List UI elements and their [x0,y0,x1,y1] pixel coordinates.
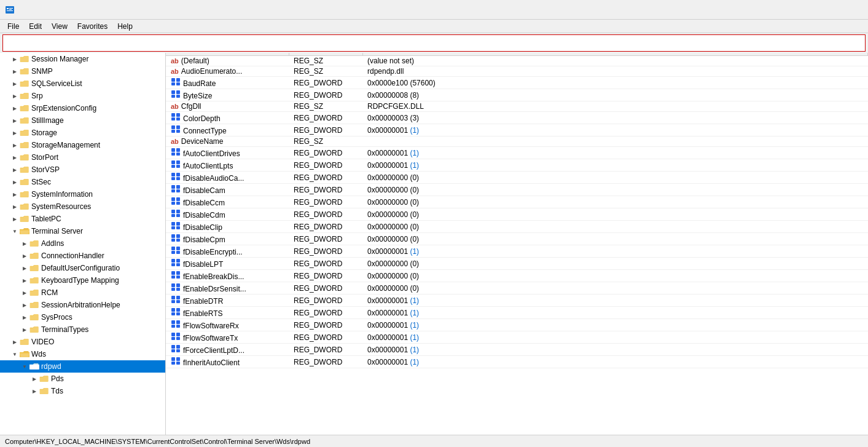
tree-item[interactable]: AddIns [0,237,165,250]
menu-favorites[interactable]: Favorites [72,21,112,32]
tree-item[interactable]: TerminalTypes [0,323,165,336]
reg-type: REG_DWORD [289,172,362,184]
window-controls [776,0,863,20]
svg-rect-45 [171,222,175,226]
table-row[interactable]: fAutoClientLpts REG_DWORD 0x00000001 (1) [166,159,868,172]
table-row[interactable]: fDisableCdm REG_DWORD 0x00000000 (0) [166,208,868,221]
menu-file[interactable]: File [2,21,24,32]
folder-icon [20,226,29,236]
reg-dword-icon [171,332,181,341]
tree-item[interactable]: Srp [0,90,165,102]
table-row[interactable]: abAudioEnumerato... REG_SZ rdpendp.dll [166,66,868,77]
svg-rect-77 [171,320,175,324]
dword-icon-svg [171,307,181,316]
maximize-button[interactable] [805,0,834,20]
col-header-name[interactable] [166,53,289,56]
table-row[interactable]: fInheritAutoClient REG_DWORD 0x00000001 … [166,356,868,368]
table-row[interactable]: fAutoClientDrives REG_DWORD 0x00000001 (… [166,147,868,159]
folder-icon [20,152,29,162]
tree-item-label: StorPort [31,153,58,162]
reg-name: fEnableDTR [166,295,289,307]
table-row[interactable]: fDisableCam REG_DWORD 0x00000000 (0) [166,184,868,196]
tree-item[interactable]: ConnectionHandler [0,250,165,262]
menu-view[interactable]: View [47,21,72,32]
tree-item-label: DefaultUserConfiguratio [41,264,120,272]
table-row[interactable]: ColorDepth REG_DWORD 0x00000003 (3) [166,112,868,124]
reg-sz-icon: ab [171,68,179,75]
table-row[interactable]: fFlowSoftwareTx REG_DWORD 0x00000001 (1) [166,331,868,344]
reg-dword-icon [171,246,181,255]
table-row[interactable]: fFlowSoftwareRx REG_DWORD 0x00000001 (1) [166,319,868,331]
table-row[interactable]: ByteSize REG_DWORD 0x00000008 (8) [166,89,868,101]
tree-item[interactable]: Wds [0,348,165,360]
tree-item[interactable]: StorVSP [0,164,165,176]
tree-item[interactable]: Storage [0,127,165,139]
table-row[interactable]: fEnableBreakDis... REG_DWORD 0x00000000 … [166,270,868,282]
tree-item[interactable]: StSec [0,176,165,188]
tree-item[interactable]: rdpwd [0,360,165,373]
reg-data: 0x00000003 (3) [362,112,868,124]
table-row[interactable]: fDisableEncrypti... REG_DWORD 0x00000001… [166,245,868,258]
table-row[interactable]: BaudRate REG_DWORD 0x0000e100 (57600) [166,77,868,89]
tree-item[interactable]: RCM [0,287,165,299]
expander-icon [20,250,29,262]
reg-data: 0x00000000 (0) [362,196,868,208]
table-row[interactable]: fDisableCcm REG_DWORD 0x00000000 (0) [166,196,868,208]
table-row[interactable]: ab(Default) REG_SZ (value not set) [166,56,868,66]
table-row[interactable]: fDisableLPT REG_DWORD 0x00000000 (0) [166,258,868,270]
tree-item[interactable]: SNMP [0,65,165,77]
reg-dword-icon [171,271,181,279]
svg-rect-46 [176,222,180,226]
table-row[interactable]: abCfgDll REG_SZ RDPCFGEX.DLL [166,101,868,112]
tree-item[interactable]: SystemInformation [0,188,165,200]
registry-table: ab(Default) REG_SZ (value not set) abAud… [166,53,868,368]
expander-icon [10,188,20,200]
table-row[interactable]: fDisableClip REG_DWORD 0x00000000 (0) [166,221,868,233]
tree-item[interactable]: StillImage [0,114,165,127]
address-bar[interactable] [2,34,866,52]
dword-icon-svg [171,113,181,121]
svg-rect-86 [176,345,180,349]
reg-type: REG_DWORD [289,282,362,295]
tree-item[interactable]: TabletPC [0,213,165,225]
minimize-button[interactable] [776,0,804,20]
tree-item[interactable]: KeyboardType Mapping [0,274,165,287]
menu-edit[interactable]: Edit [24,21,47,32]
tree-item[interactable]: SysProcs [0,311,165,323]
tree-item-label: StSec [31,178,51,186]
tree-item[interactable]: SQLServiceList [0,77,165,90]
reg-data: 0x00000000 (0) [362,282,868,295]
tree-item[interactable]: VIDEO [0,336,165,348]
tree-item[interactable]: SystemResources [0,200,165,213]
table-row[interactable]: ConnectType REG_DWORD 0x00000001 (1) [166,124,868,136]
table-row[interactable]: fEnableRTS REG_DWORD 0x00000001 (1) [166,307,868,319]
tree-item[interactable]: SrpExtensionConfig [0,102,165,114]
tree-item[interactable]: Session Manager [0,53,165,65]
dword-icon-svg [171,77,181,86]
folder-icon [29,276,39,285]
reg-type: REG_DWORD [289,147,362,159]
tree-item-label: ConnectionHandler [41,251,104,260]
menu-help[interactable]: Help [112,21,138,32]
col-header-type[interactable] [289,53,362,56]
table-row[interactable]: fEnableDTR REG_DWORD 0x00000001 (1) [166,295,868,307]
table-row[interactable]: fDisableCpm REG_DWORD 0x00000000 (0) [166,233,868,245]
tree-item[interactable]: Pds [0,373,165,385]
svg-rect-12 [176,95,180,98]
table-row[interactable]: fEnableDsrSensit... REG_DWORD 0x00000000… [166,282,868,295]
table-row[interactable]: fForceClientLptD... REG_DWORD 0x00000001… [166,344,868,356]
col-header-data[interactable] [362,53,868,56]
tree-item[interactable]: SessionArbitrationHelpe [0,299,165,311]
tree-item[interactable]: DefaultUserConfiguratio [0,262,165,274]
tree-item[interactable]: Tds [0,385,165,397]
tree-item[interactable]: StorPort [0,151,165,164]
close-button[interactable] [835,0,863,20]
table-row[interactable]: fDisableAudioCa... REG_DWORD 0x00000000 … [166,172,868,184]
folder-icon [29,288,39,298]
tree-item[interactable]: StorageManagement [0,139,165,151]
table-row[interactable]: abDeviceName REG_SZ [166,136,868,147]
tree-panel[interactable]: Session Manager SNMP SQLServiceList Srp … [0,53,166,435]
tree-item[interactable]: Terminal Server [0,225,165,237]
status-text: Computer\HKEY_LOCAL_MACHINE\SYSTEM\Curre… [5,438,310,445]
expander-icon [10,348,20,360]
